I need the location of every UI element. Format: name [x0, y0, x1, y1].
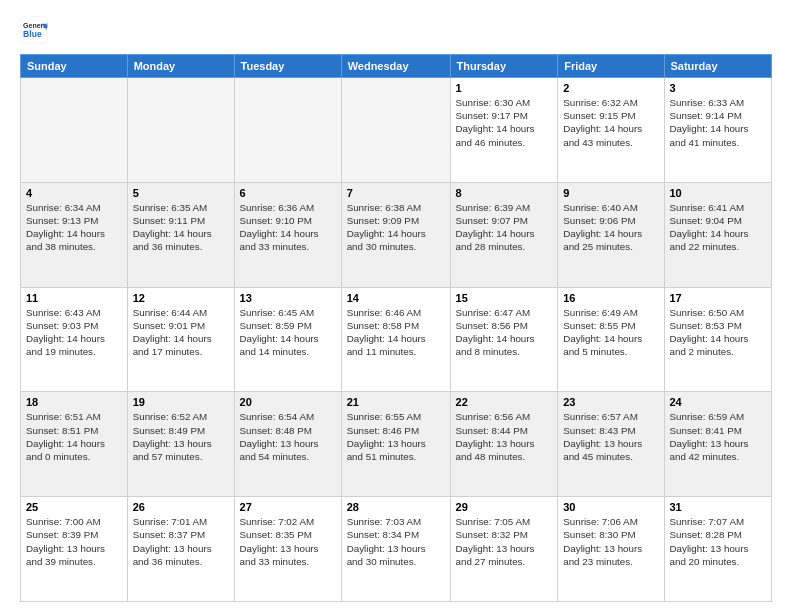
day-number: 27: [240, 501, 336, 513]
week-row-5: 25Sunrise: 7:00 AMSunset: 8:39 PMDayligh…: [21, 497, 772, 602]
day-number: 30: [563, 501, 658, 513]
day-detail: Sunrise: 6:44 AMSunset: 9:01 PMDaylight:…: [133, 306, 229, 359]
day-number: 9: [563, 187, 658, 199]
day-detail: Sunrise: 6:47 AMSunset: 8:56 PMDaylight:…: [456, 306, 553, 359]
day-number: 15: [456, 292, 553, 304]
day-detail: Sunrise: 6:46 AMSunset: 8:58 PMDaylight:…: [347, 306, 445, 359]
calendar-cell: 27Sunrise: 7:02 AMSunset: 8:35 PMDayligh…: [234, 497, 341, 602]
day-number: 16: [563, 292, 658, 304]
calendar-cell: 7Sunrise: 6:38 AMSunset: 9:09 PMDaylight…: [341, 182, 450, 287]
calendar-cell: 14Sunrise: 6:46 AMSunset: 8:58 PMDayligh…: [341, 287, 450, 392]
logo: General Blue: [20, 16, 54, 44]
calendar-cell: 24Sunrise: 6:59 AMSunset: 8:41 PMDayligh…: [664, 392, 772, 497]
day-detail: Sunrise: 6:52 AMSunset: 8:49 PMDaylight:…: [133, 410, 229, 463]
calendar-cell: 13Sunrise: 6:45 AMSunset: 8:59 PMDayligh…: [234, 287, 341, 392]
day-detail: Sunrise: 6:51 AMSunset: 8:51 PMDaylight:…: [26, 410, 122, 463]
day-detail: Sunrise: 7:00 AMSunset: 8:39 PMDaylight:…: [26, 515, 122, 568]
weekday-header-row: SundayMondayTuesdayWednesdayThursdayFrid…: [21, 55, 772, 78]
day-detail: Sunrise: 6:30 AMSunset: 9:17 PMDaylight:…: [456, 96, 553, 149]
day-number: 26: [133, 501, 229, 513]
day-detail: Sunrise: 6:35 AMSunset: 9:11 PMDaylight:…: [133, 201, 229, 254]
day-number: 3: [670, 82, 767, 94]
day-number: 18: [26, 396, 122, 408]
day-detail: Sunrise: 6:33 AMSunset: 9:14 PMDaylight:…: [670, 96, 767, 149]
day-number: 1: [456, 82, 553, 94]
day-number: 5: [133, 187, 229, 199]
day-number: 20: [240, 396, 336, 408]
calendar-cell: 19Sunrise: 6:52 AMSunset: 8:49 PMDayligh…: [127, 392, 234, 497]
calendar-cell: 30Sunrise: 7:06 AMSunset: 8:30 PMDayligh…: [558, 497, 664, 602]
day-detail: Sunrise: 7:05 AMSunset: 8:32 PMDaylight:…: [456, 515, 553, 568]
week-row-3: 11Sunrise: 6:43 AMSunset: 9:03 PMDayligh…: [21, 287, 772, 392]
day-number: 31: [670, 501, 767, 513]
day-number: 29: [456, 501, 553, 513]
day-number: 19: [133, 396, 229, 408]
calendar-table: SundayMondayTuesdayWednesdayThursdayFrid…: [20, 54, 772, 602]
calendar-cell: 8Sunrise: 6:39 AMSunset: 9:07 PMDaylight…: [450, 182, 558, 287]
day-detail: Sunrise: 6:55 AMSunset: 8:46 PMDaylight:…: [347, 410, 445, 463]
day-number: 2: [563, 82, 658, 94]
day-number: 8: [456, 187, 553, 199]
day-detail: Sunrise: 6:38 AMSunset: 9:09 PMDaylight:…: [347, 201, 445, 254]
day-number: 24: [670, 396, 767, 408]
day-number: 13: [240, 292, 336, 304]
calendar-cell: 11Sunrise: 6:43 AMSunset: 9:03 PMDayligh…: [21, 287, 128, 392]
day-number: 25: [26, 501, 122, 513]
week-row-2: 4Sunrise: 6:34 AMSunset: 9:13 PMDaylight…: [21, 182, 772, 287]
day-number: 23: [563, 396, 658, 408]
weekday-header-sunday: Sunday: [21, 55, 128, 78]
calendar-cell: 20Sunrise: 6:54 AMSunset: 8:48 PMDayligh…: [234, 392, 341, 497]
day-detail: Sunrise: 6:34 AMSunset: 9:13 PMDaylight:…: [26, 201, 122, 254]
calendar-cell: 3Sunrise: 6:33 AMSunset: 9:14 PMDaylight…: [664, 78, 772, 183]
day-detail: Sunrise: 6:45 AMSunset: 8:59 PMDaylight:…: [240, 306, 336, 359]
day-detail: Sunrise: 6:32 AMSunset: 9:15 PMDaylight:…: [563, 96, 658, 149]
day-detail: Sunrise: 6:40 AMSunset: 9:06 PMDaylight:…: [563, 201, 658, 254]
day-number: 21: [347, 396, 445, 408]
calendar-cell: [234, 78, 341, 183]
day-detail: Sunrise: 7:02 AMSunset: 8:35 PMDaylight:…: [240, 515, 336, 568]
page: General Blue SundayMondayTuesdayWednesda…: [0, 0, 792, 612]
week-row-4: 18Sunrise: 6:51 AMSunset: 8:51 PMDayligh…: [21, 392, 772, 497]
calendar-cell: 10Sunrise: 6:41 AMSunset: 9:04 PMDayligh…: [664, 182, 772, 287]
day-detail: Sunrise: 6:56 AMSunset: 8:44 PMDaylight:…: [456, 410, 553, 463]
calendar-cell: 5Sunrise: 6:35 AMSunset: 9:11 PMDaylight…: [127, 182, 234, 287]
calendar-cell: 21Sunrise: 6:55 AMSunset: 8:46 PMDayligh…: [341, 392, 450, 497]
calendar-cell: 23Sunrise: 6:57 AMSunset: 8:43 PMDayligh…: [558, 392, 664, 497]
day-detail: Sunrise: 6:50 AMSunset: 8:53 PMDaylight:…: [670, 306, 767, 359]
day-number: 22: [456, 396, 553, 408]
day-number: 6: [240, 187, 336, 199]
day-detail: Sunrise: 6:59 AMSunset: 8:41 PMDaylight:…: [670, 410, 767, 463]
calendar-cell: [341, 78, 450, 183]
day-number: 14: [347, 292, 445, 304]
calendar-cell: 18Sunrise: 6:51 AMSunset: 8:51 PMDayligh…: [21, 392, 128, 497]
day-detail: Sunrise: 6:41 AMSunset: 9:04 PMDaylight:…: [670, 201, 767, 254]
calendar-cell: 25Sunrise: 7:00 AMSunset: 8:39 PMDayligh…: [21, 497, 128, 602]
day-detail: Sunrise: 7:03 AMSunset: 8:34 PMDaylight:…: [347, 515, 445, 568]
weekday-header-friday: Friday: [558, 55, 664, 78]
day-number: 28: [347, 501, 445, 513]
calendar-cell: 29Sunrise: 7:05 AMSunset: 8:32 PMDayligh…: [450, 497, 558, 602]
calendar-cell: 9Sunrise: 6:40 AMSunset: 9:06 PMDaylight…: [558, 182, 664, 287]
day-detail: Sunrise: 6:54 AMSunset: 8:48 PMDaylight:…: [240, 410, 336, 463]
calendar-cell: 26Sunrise: 7:01 AMSunset: 8:37 PMDayligh…: [127, 497, 234, 602]
day-number: 12: [133, 292, 229, 304]
calendar-cell: 12Sunrise: 6:44 AMSunset: 9:01 PMDayligh…: [127, 287, 234, 392]
calendar-cell: 6Sunrise: 6:36 AMSunset: 9:10 PMDaylight…: [234, 182, 341, 287]
weekday-header-saturday: Saturday: [664, 55, 772, 78]
week-row-1: 1Sunrise: 6:30 AMSunset: 9:17 PMDaylight…: [21, 78, 772, 183]
day-number: 7: [347, 187, 445, 199]
day-number: 10: [670, 187, 767, 199]
calendar-cell: 17Sunrise: 6:50 AMSunset: 8:53 PMDayligh…: [664, 287, 772, 392]
calendar-cell: 1Sunrise: 6:30 AMSunset: 9:17 PMDaylight…: [450, 78, 558, 183]
calendar-cell: [127, 78, 234, 183]
weekday-header-wednesday: Wednesday: [341, 55, 450, 78]
day-detail: Sunrise: 6:39 AMSunset: 9:07 PMDaylight:…: [456, 201, 553, 254]
weekday-header-tuesday: Tuesday: [234, 55, 341, 78]
calendar-cell: 4Sunrise: 6:34 AMSunset: 9:13 PMDaylight…: [21, 182, 128, 287]
calendar-cell: 16Sunrise: 6:49 AMSunset: 8:55 PMDayligh…: [558, 287, 664, 392]
calendar-cell: 2Sunrise: 6:32 AMSunset: 9:15 PMDaylight…: [558, 78, 664, 183]
header: General Blue: [20, 16, 772, 44]
calendar-cell: 22Sunrise: 6:56 AMSunset: 8:44 PMDayligh…: [450, 392, 558, 497]
day-detail: Sunrise: 7:01 AMSunset: 8:37 PMDaylight:…: [133, 515, 229, 568]
day-detail: Sunrise: 7:06 AMSunset: 8:30 PMDaylight:…: [563, 515, 658, 568]
